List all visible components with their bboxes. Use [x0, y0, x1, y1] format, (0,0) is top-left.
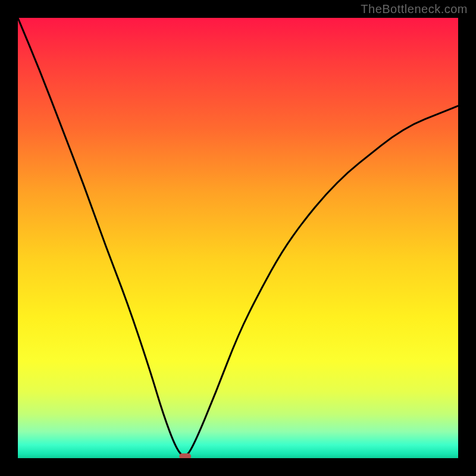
- bottleneck-curve: [18, 18, 458, 456]
- minimum-marker: [179, 453, 191, 458]
- curve-svg: [18, 18, 458, 458]
- watermark-text: TheBottleneck.com: [361, 2, 468, 16]
- chart-frame: TheBottleneck.com: [0, 0, 476, 476]
- plot-area: [18, 18, 458, 458]
